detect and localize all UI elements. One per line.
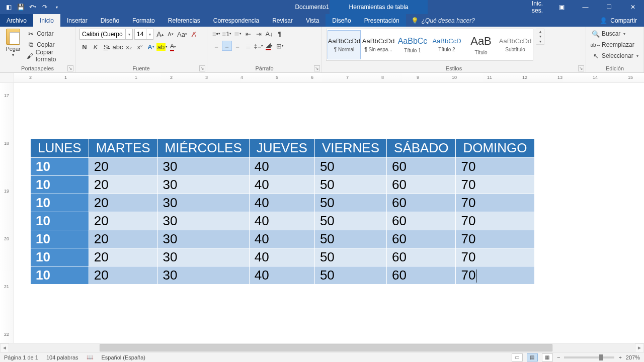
table-cell[interactable]: 10: [31, 248, 89, 266]
decrease-indent-button[interactable]: ⇤: [243, 29, 253, 39]
table-cell[interactable]: 20: [89, 248, 157, 266]
table-cell[interactable]: 30: [157, 248, 249, 266]
ribbon-display-options-icon[interactable]: ▣: [550, 0, 573, 14]
table-cell[interactable]: 30: [157, 158, 249, 176]
table-cell[interactable]: 20: [89, 194, 157, 212]
paste-button[interactable]: Pegar ▾: [4, 29, 22, 57]
table-cell[interactable]: 20: [89, 176, 157, 194]
close-button[interactable]: ✕: [621, 0, 644, 14]
zoom-level[interactable]: 207%: [626, 354, 640, 360]
subscript-button[interactable]: x₂: [124, 42, 134, 52]
style-item[interactable]: AaBbCcTítulo 1: [396, 30, 429, 59]
table-cell[interactable]: 20: [89, 212, 157, 230]
tab-archivo[interactable]: Archivo: [0, 14, 33, 27]
gallery-scroll[interactable]: ▴ ▾ ▾: [536, 29, 544, 45]
gallery-down-icon[interactable]: ▾: [536, 34, 544, 39]
table-cell[interactable]: 70: [456, 266, 534, 285]
chevron-down-icon[interactable]: ▾: [146, 29, 153, 39]
table-cell[interactable]: 50: [314, 158, 386, 176]
table-cell[interactable]: 50: [314, 248, 386, 266]
increase-indent-button[interactable]: ⇥: [254, 29, 264, 39]
estilos-launcher-icon[interactable]: ↘: [578, 65, 584, 71]
table-cell[interactable]: 10: [31, 230, 89, 248]
table-header[interactable]: MARTES: [89, 139, 157, 158]
table-cell[interactable]: 40: [249, 212, 314, 230]
table-cell[interactable]: 60: [387, 248, 456, 266]
table-cell[interactable]: 50: [314, 194, 386, 212]
table-cell[interactable]: 50: [314, 266, 386, 285]
tab-revisar[interactable]: Revisar: [266, 14, 299, 27]
text-effects-button[interactable]: A▾: [146, 42, 156, 52]
font-name-combo[interactable]: ▾: [79, 29, 133, 40]
zoom-in-button[interactable]: +: [618, 354, 621, 360]
superscript-button[interactable]: x²: [135, 42, 145, 52]
align-right-button[interactable]: ≡: [232, 41, 243, 51]
scroll-thumb[interactable]: [100, 344, 552, 351]
underline-button[interactable]: S▾: [102, 42, 112, 52]
table-cell[interactable]: 20: [89, 230, 157, 248]
font-size-input[interactable]: [135, 29, 146, 39]
highlight-button[interactable]: ab▾: [157, 42, 167, 52]
share-button[interactable]: 👤 Compartir: [593, 14, 644, 27]
strikethrough-button[interactable]: abc: [113, 42, 123, 52]
table-cell[interactable]: 50: [314, 230, 386, 248]
status-words[interactable]: 104 palabras: [46, 354, 78, 360]
chevron-down-icon[interactable]: ▾: [125, 29, 132, 39]
maximize-button[interactable]: ☐: [598, 0, 620, 14]
print-layout-button[interactable]: ▤: [527, 353, 538, 361]
zoom-out-button[interactable]: −: [557, 354, 560, 360]
table-cell[interactable]: 70: [456, 176, 534, 194]
tab-insertar[interactable]: Insertar: [60, 14, 94, 27]
table-cell[interactable]: 10: [31, 194, 89, 212]
italic-button[interactable]: K: [91, 42, 101, 52]
table-cell[interactable]: 50: [314, 212, 386, 230]
clear-formatting-button[interactable]: A̸: [189, 29, 199, 39]
font-color-button[interactable]: A▾: [168, 42, 178, 52]
align-center-button[interactable]: ≡: [222, 41, 232, 51]
scroll-right-icon[interactable]: ►: [635, 343, 644, 352]
redo-icon[interactable]: ↷: [40, 3, 49, 12]
table-header[interactable]: JUEVES: [249, 139, 314, 158]
style-item[interactable]: AaBbCcDd¶ Sin espa...: [362, 30, 395, 59]
justify-button[interactable]: ≣: [243, 41, 253, 51]
tab-vista[interactable]: Vista: [299, 14, 326, 27]
copy-button[interactable]: ⧉Copiar: [25, 40, 71, 50]
status-language[interactable]: Español (España): [102, 354, 145, 360]
table-header[interactable]: DOMINGO: [456, 139, 534, 158]
table-cell[interactable]: 60: [387, 230, 456, 248]
tab-diseno[interactable]: Diseño: [94, 14, 126, 27]
save-icon[interactable]: 💾: [16, 3, 25, 12]
line-spacing-button[interactable]: ‡≡▾: [254, 41, 264, 51]
style-item[interactable]: AaBbCcDTítulo 2: [430, 30, 463, 59]
select-button[interactable]: ↖Seleccionar▾: [590, 51, 640, 61]
table-cell[interactable]: 30: [157, 194, 249, 212]
multilevel-list-button[interactable]: ≣▾: [232, 29, 243, 39]
scroll-left-icon[interactable]: ◄: [0, 343, 9, 352]
tab-referencias[interactable]: Referencias: [162, 14, 207, 27]
table-cell[interactable]: 40: [249, 266, 314, 285]
table-cell[interactable]: 20: [89, 266, 157, 285]
format-painter-button[interactable]: 🖌Copiar formato: [25, 51, 71, 61]
gallery-up-icon[interactable]: ▴: [536, 29, 544, 34]
font-name-input[interactable]: [80, 29, 125, 39]
table-cell[interactable]: 60: [387, 266, 456, 285]
table-cell[interactable]: 30: [157, 230, 249, 248]
table-cell[interactable]: 50: [314, 176, 386, 194]
tab-tabla-presentacion[interactable]: Presentación: [358, 14, 406, 27]
bold-button[interactable]: N: [79, 42, 90, 52]
table-cell[interactable]: 30: [157, 266, 249, 285]
status-page[interactable]: Página 1 de 1: [4, 354, 38, 360]
minimize-button[interactable]: —: [574, 0, 597, 14]
table-header[interactable]: LUNES: [31, 139, 89, 158]
table-cell[interactable]: 40: [249, 176, 314, 194]
table-cell[interactable]: 60: [387, 176, 456, 194]
undo-icon[interactable]: ↶▾: [28, 3, 37, 12]
fuente-launcher-icon[interactable]: ↘: [199, 65, 205, 71]
show-marks-button[interactable]: ¶: [275, 29, 285, 39]
table-cell[interactable]: 30: [157, 176, 249, 194]
horizontal-ruler[interactable]: 21123456789101112131415: [14, 73, 644, 82]
table-cell[interactable]: 70: [456, 230, 534, 248]
web-layout-button[interactable]: ▦: [542, 353, 553, 361]
sign-in-link[interactable]: Inic. ses.: [527, 0, 549, 14]
spellcheck-icon[interactable]: 📖: [87, 354, 94, 360]
